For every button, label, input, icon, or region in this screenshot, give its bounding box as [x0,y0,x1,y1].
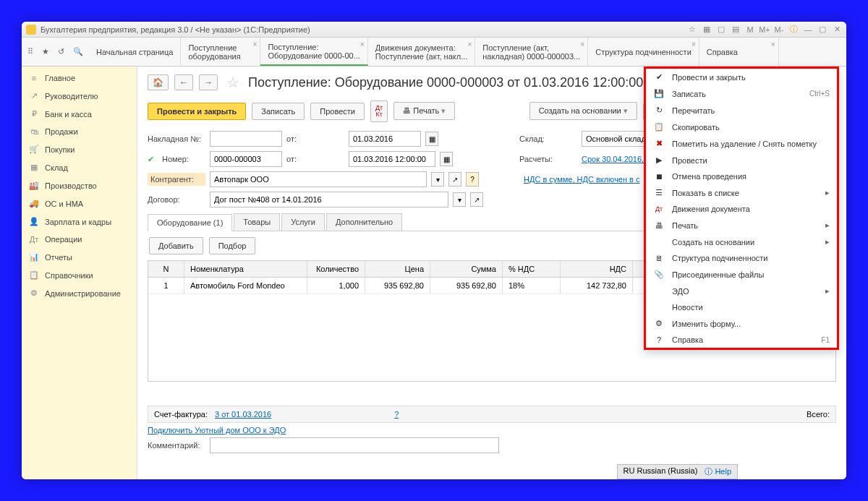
open-icon[interactable]: ↗ [448,172,461,187]
col-nom[interactable]: Номенклатура [184,261,307,277]
tab-6[interactable]: Справка× [699,38,779,66]
help-icon[interactable]: ? [466,172,479,187]
menu-show-list[interactable]: ☰Показать в списке▸ [646,184,837,201]
select-button[interactable]: Подбор [209,237,256,254]
calc-icon[interactable]: ▤ [731,25,741,35]
back-button[interactable]: ← [174,74,193,90]
kontragent-input[interactable] [210,171,427,187]
star-icon[interactable]: ★ [42,47,49,56]
forward-button[interactable]: → [199,74,218,90]
col-nds[interactable]: НДС [561,261,633,277]
star-icon[interactable]: ☆ [226,74,239,91]
menu-mark-delete[interactable]: ✖Пометить на удаление / Снять пометку [646,135,837,152]
print-button[interactable]: 🖶 Печать [393,102,455,120]
tab-2[interactable]: Поступление:Оборудование 0000-00...× [260,38,367,66]
history-icon[interactable]: ↺ [58,47,64,56]
tab-additional[interactable]: Дополнительно [326,213,402,231]
open-icon[interactable]: ↗ [470,192,483,207]
sidebar-item-reports[interactable]: 📊Отчеты [22,248,137,266]
m-icon[interactable]: M [745,25,755,35]
dt-button[interactable]: ДтКт [370,100,388,122]
minimize-icon[interactable]: — [803,25,813,35]
tab-equipment[interactable]: Оборудование (1) [148,214,232,231]
maximize-icon[interactable]: ▢ [817,25,827,35]
nomer-input[interactable] [210,151,282,167]
sidebar-item-manager[interactable]: ↗Руководителю [22,87,137,105]
comment-input[interactable] [210,437,499,453]
sidebar-item-admin[interactable]: ⚙Администрирование [22,284,137,302]
nakl-no-input[interactable] [210,131,282,147]
close-icon[interactable]: × [360,40,365,48]
col-ndspct[interactable]: % НДС [503,261,561,277]
fav-icon[interactable]: ☆ [687,25,697,35]
tab-goods[interactable]: Товары [234,213,280,231]
sidebar-item-warehouse[interactable]: ▦Склад [22,158,137,176]
lang-indicator[interactable]: RU Russian (Russia) [624,466,698,477]
col-qty[interactable]: Количество [307,261,365,277]
tab-1[interactable]: Поступлениеоборудования× [181,38,260,66]
m-icon[interactable]: M- [774,25,784,35]
tab-services[interactable]: Услуги [281,213,325,231]
sidebar-item-production[interactable]: 🏭Производство [22,176,137,194]
tool-icon[interactable]: ▦ [702,25,712,35]
menu-post[interactable]: ▶Провести [646,152,837,168]
sidebar-item-bank[interactable]: ₽Банк и касса [22,105,137,123]
col-sum[interactable]: Сумма [430,261,503,277]
calendar-icon[interactable]: ▦ [440,152,453,166]
close-icon[interactable]: × [692,40,696,48]
sidebar-item-sales[interactable]: 🛍Продажи [22,123,137,140]
dropdown-icon[interactable]: ▾ [431,172,444,187]
close-icon[interactable]: × [580,40,584,48]
dogovor-input[interactable] [210,192,448,207]
search-icon[interactable]: 🔍 [73,47,83,56]
nds-link[interactable]: НДС в сумме, НДС включен в с [524,175,640,184]
sidebar-item-hr[interactable]: 👤Зарплата и кадры [22,213,137,231]
menu-unpost[interactable]: ⏹Отмена проведения [646,168,837,184]
col-price[interactable]: Цена [365,261,430,277]
tab-4[interactable]: Поступление (акт,накладная) 0000-000003.… [475,38,588,66]
home-button[interactable]: 🏠 [148,74,169,90]
add-button[interactable]: Добавить [149,237,203,254]
post-button[interactable]: Провести [310,103,365,120]
menu-movements[interactable]: ДтДвижения документа [646,201,837,217]
col-n[interactable]: N [148,261,184,277]
menu-copy[interactable]: 📋Скопировать [646,119,837,135]
info-icon[interactable]: ⓘ [788,25,799,35]
close-icon[interactable]: × [467,40,472,48]
close-icon[interactable]: × [253,40,258,48]
menu-write[interactable]: 💾ЗаписатьCtrl+S [646,85,837,102]
edo-connect-link[interactable]: Подключить Уютный дом ООО к ЭДО [148,426,286,434]
nomer-date-input[interactable] [349,151,435,167]
help-link[interactable]: ⓘ Help [705,466,731,477]
sidebar-item-refs[interactable]: 📋Справочники [22,266,137,284]
menu-structure[interactable]: 🗎Структура подчиненности [646,250,837,266]
post-close-button[interactable]: Провести и закрыть [148,103,246,120]
sidebar-item-operations[interactable]: ДтОперации [22,231,137,248]
menu-reread[interactable]: ↻Перечитать [646,102,837,119]
menu-attachments[interactable]: 📎Присоединенные файлы [646,266,837,283]
m-icon[interactable]: M+ [760,25,770,35]
tab-5[interactable]: Структура подчиненности× [588,38,699,66]
sidebar-item-main[interactable]: ≡Главное [22,69,137,87]
sidebar-item-os[interactable]: 🚚ОС и НМА [22,194,137,213]
close-icon[interactable]: × [771,40,775,48]
tab-3[interactable]: Движения документа:Поступление (акт, нак… [368,38,475,66]
close-icon[interactable]: ✕ [832,25,842,35]
menu-help[interactable]: ?СправкаF1 [646,332,837,348]
create-based-button[interactable]: Создать на основании [529,102,637,120]
sf-link[interactable]: 3 от 01.03.2016 [215,410,271,419]
menu-print[interactable]: 🖶Печать▸ [646,217,837,234]
nakl-date-input[interactable] [349,131,421,147]
tab-home[interactable]: Начальная страница [89,38,181,66]
dropdown-icon[interactable]: ▾ [453,192,466,207]
calendar-icon[interactable]: ▦ [425,132,438,146]
apps-icon[interactable]: ⠿ [27,47,33,56]
menu-news[interactable]: Новости [646,299,837,315]
menu-edo[interactable]: ЭДО▸ [646,283,837,299]
sf-help[interactable]: ? [394,410,399,419]
write-button[interactable]: Записать [252,103,305,120]
tool-icon2[interactable]: ▢ [716,25,726,35]
sidebar-item-purchases[interactable]: 🛒Покупки [22,140,137,158]
menu-create-based[interactable]: Создать на основании▸ [646,234,837,250]
menu-post-close[interactable]: ✔Провести и закрыть [646,69,837,85]
